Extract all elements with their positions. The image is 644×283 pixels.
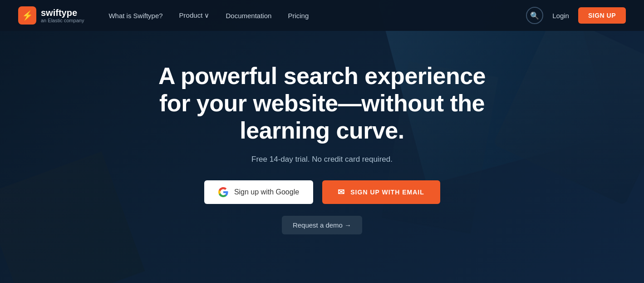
brand-subtitle: an Elastic company <box>41 18 84 23</box>
email-signup-button[interactable]: ✉ SIGN UP WITH EMAIL <box>322 180 440 204</box>
signup-button[interactable]: SIGN UP <box>578 7 626 24</box>
navbar: ⚡ swiftype an Elastic company What is Sw… <box>0 0 644 31</box>
hero-title: A powerful search experience for your we… <box>150 63 495 144</box>
nav-product[interactable]: Product ∨ <box>173 8 216 23</box>
nav-pricing[interactable]: Pricing <box>281 8 315 23</box>
search-button[interactable]: 🔍 <box>526 7 543 24</box>
brand-name: swiftype <box>41 8 84 18</box>
logo-icon: ⚡ <box>18 6 36 25</box>
logo-text-area: swiftype an Elastic company <box>41 8 84 23</box>
google-icon <box>218 187 229 198</box>
google-signup-label: Sign up with Google <box>234 188 299 196</box>
email-icon: ✉ <box>338 187 345 197</box>
email-signup-label: SIGN UP WITH EMAIL <box>350 189 424 196</box>
nav-documentation[interactable]: Documentation <box>219 8 278 23</box>
nav-links: What is Swiftype? Product ∨ Documentatio… <box>102 8 526 23</box>
nav-what-is-swiftype[interactable]: What is Swiftype? <box>102 8 169 23</box>
hero-subtitle: Free 14-day trial. No credit card requir… <box>251 155 393 164</box>
request-demo-button[interactable]: Request a demo → <box>282 216 362 234</box>
nav-right: 🔍 Login SIGN UP <box>526 7 626 24</box>
hero-section: A powerful search experience for your we… <box>0 31 644 234</box>
cta-buttons: Sign up with Google ✉ SIGN UP WITH EMAIL <box>204 180 440 204</box>
logo[interactable]: ⚡ swiftype an Elastic company <box>18 6 84 25</box>
login-button[interactable]: Login <box>551 8 571 23</box>
request-demo-label: Request a demo → <box>293 221 351 229</box>
google-signup-button[interactable]: Sign up with Google <box>204 180 313 204</box>
search-icon: 🔍 <box>530 11 539 20</box>
